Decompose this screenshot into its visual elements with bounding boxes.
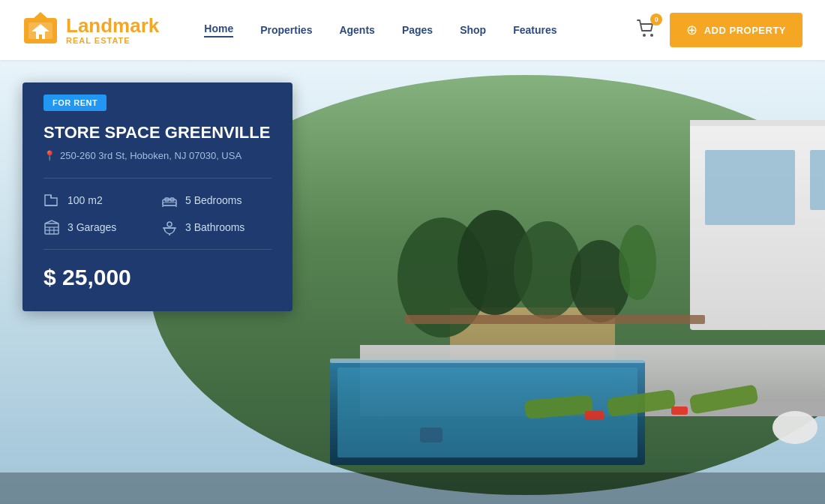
hero-section: FOR RENT STORE SPACE GREENVILLE 📍 250-26… [0,60,825,504]
nav-home[interactable]: Home [204,22,233,38]
garage-icon [44,219,60,236]
svg-point-6 [643,34,646,37]
area-icon [44,192,60,208]
header: Landmark Real Estate Home Properties Age… [0,0,825,60]
main-nav: Home Properties Agents Pages Shop Featur… [204,22,637,38]
logo-text: Landmark Real Estate [66,15,159,46]
property-address: 📍 250-260 3rd St, Hoboken, NJ 07030, USA [22,150,292,161]
feature-garages: 3 Garages [44,219,154,236]
divider-top [44,178,272,178]
plus-icon: ⊕ [686,22,698,38]
nav-properties[interactable]: Properties [260,24,312,36]
cart-badge: 0 [650,14,662,26]
nav-pages[interactable]: Pages [402,24,433,36]
property-title: STORE SPACE GREENVILLE [22,123,292,142]
logo-icon [22,12,58,48]
property-features: 100 m2 5 Bedrooms [22,192,292,236]
add-property-button[interactable]: ⊕ ADD PROPERTY [670,13,802,47]
svg-point-52 [167,222,172,226]
property-price: $ 25,000 [22,265,292,290]
property-card: FOR RENT STORE SPACE GREENVILLE 📍 250-26… [22,82,292,311]
bed-icon [161,192,178,208]
nav-agents[interactable]: Agents [339,24,374,36]
bath-icon [161,219,178,236]
logo-subtitle: Real Estate [66,36,159,45]
svg-rect-46 [45,224,58,234]
for-rent-badge: FOR RENT [44,94,106,111]
svg-point-7 [650,34,653,37]
divider-bottom [44,249,272,250]
nav-features[interactable]: Features [513,24,556,36]
logo-name: Landmark [66,15,159,37]
feature-bedrooms: 5 Bedrooms [161,192,272,208]
feature-area: 100 m2 [44,192,154,208]
nav-shop[interactable]: Shop [460,24,486,36]
logo[interactable]: Landmark Real Estate [22,12,159,48]
svg-rect-5 [39,34,42,39]
cart-button[interactable]: 0 [637,19,656,41]
feature-bathrooms: 3 Bathrooms [161,219,272,236]
nav-right: 0 ⊕ ADD PROPERTY [637,13,802,47]
building-right [619,82,825,282]
pin-icon: 📍 [44,150,56,161]
